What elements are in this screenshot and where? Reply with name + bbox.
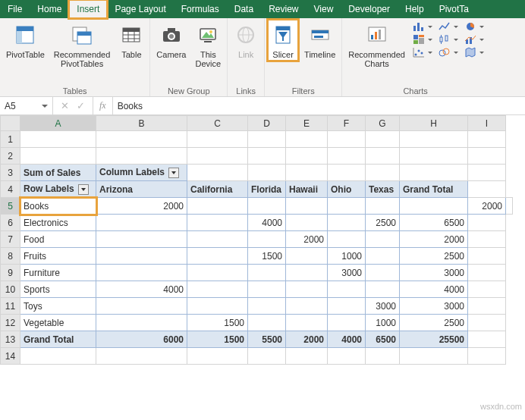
- cell[interactable]: 4000: [328, 331, 366, 348]
- cell[interactable]: [96, 215, 187, 231]
- cell[interactable]: [468, 315, 506, 331]
- cell[interactable]: [286, 265, 328, 281]
- col-header[interactable]: E: [286, 116, 328, 131]
- row-header[interactable]: 6: [1, 215, 20, 231]
- cell[interactable]: [366, 148, 400, 165]
- cell[interactable]: [468, 131, 506, 148]
- cell[interactable]: [187, 281, 248, 298]
- cell[interactable]: [468, 148, 506, 165]
- cell[interactable]: [468, 331, 506, 348]
- cell[interactable]: [506, 198, 513, 215]
- row-header[interactable]: 12: [1, 315, 20, 331]
- row-header[interactable]: 10: [1, 281, 20, 298]
- cell[interactable]: [366, 348, 400, 365]
- cell[interactable]: [20, 348, 96, 365]
- cell[interactable]: 5500: [248, 331, 286, 348]
- cell[interactable]: [187, 248, 248, 265]
- cell[interactable]: [468, 231, 506, 248]
- cell[interactable]: [248, 148, 286, 165]
- cell[interactable]: 3000: [366, 298, 400, 315]
- cell[interactable]: 6000: [96, 331, 187, 348]
- slicer-button[interactable]: Slicer: [268, 20, 298, 61]
- cell[interactable]: Furniture: [20, 265, 96, 281]
- cell[interactable]: 1500: [187, 315, 248, 331]
- cell[interactable]: [286, 148, 328, 165]
- cell[interactable]: Sum of Sales: [20, 165, 96, 181]
- cell[interactable]: 2000: [286, 231, 328, 248]
- col-header[interactable]: F: [328, 116, 366, 131]
- link-button[interactable]: Link: [231, 20, 261, 61]
- cell[interactable]: [286, 165, 328, 181]
- chart-line-button[interactable]: [439, 21, 458, 32]
- col-header[interactable]: I: [468, 116, 506, 131]
- cell[interactable]: [187, 198, 248, 215]
- timeline-button[interactable]: Timeline: [301, 20, 338, 61]
- row-header[interactable]: 2: [1, 148, 20, 165]
- cell[interactable]: 2500: [366, 215, 400, 231]
- cell[interactable]: [248, 165, 286, 181]
- tab-page-layout[interactable]: Page Layout: [107, 0, 173, 18]
- table-button[interactable]: Table: [116, 20, 146, 61]
- cell[interactable]: [187, 148, 248, 165]
- cell[interactable]: Sports: [20, 281, 96, 298]
- cell[interactable]: Grand Total: [20, 331, 96, 348]
- col-header[interactable]: C: [187, 116, 248, 131]
- cell[interactable]: 4000: [400, 281, 468, 298]
- tab-insert[interactable]: Insert: [69, 0, 107, 18]
- cell[interactable]: 3000: [400, 265, 468, 281]
- cell[interactable]: Florida: [248, 181, 286, 198]
- col-header[interactable]: G: [366, 116, 400, 131]
- row-header[interactable]: 1: [1, 131, 20, 148]
- cell[interactable]: [366, 265, 400, 281]
- tab-help[interactable]: Help: [398, 0, 432, 18]
- cell[interactable]: 2500: [400, 248, 468, 265]
- cell[interactable]: [248, 198, 286, 215]
- cell[interactable]: [400, 348, 468, 365]
- cell[interactable]: [187, 348, 248, 365]
- cell[interactable]: [468, 215, 506, 231]
- chart-statistic-button[interactable]: [439, 34, 458, 45]
- cell[interactable]: 2000: [400, 231, 468, 248]
- cell[interactable]: [96, 348, 187, 365]
- cancel-icon[interactable]: ✕: [61, 100, 69, 111]
- tab-pivottable-analyze[interactable]: PivotTa: [432, 0, 476, 18]
- cell[interactable]: [286, 281, 328, 298]
- cell[interactable]: [20, 131, 96, 148]
- cell[interactable]: [96, 131, 187, 148]
- cell[interactable]: Column Labels: [96, 165, 187, 181]
- tab-data[interactable]: Data: [227, 0, 261, 18]
- cell[interactable]: 2500: [400, 315, 468, 331]
- cell[interactable]: [248, 231, 286, 248]
- cell[interactable]: [187, 298, 248, 315]
- cell[interactable]: [187, 215, 248, 231]
- cell[interactable]: 1500: [248, 248, 286, 265]
- cell[interactable]: Texas: [366, 181, 400, 198]
- cell[interactable]: [468, 181, 506, 198]
- col-header[interactable]: B: [96, 116, 187, 131]
- cell[interactable]: Books: [20, 198, 96, 215]
- cell[interactable]: [187, 265, 248, 281]
- tab-developer[interactable]: Developer: [341, 0, 398, 18]
- chart-combo-button[interactable]: [464, 34, 484, 45]
- cell[interactable]: [468, 281, 506, 298]
- row-header[interactable]: 5: [1, 198, 20, 215]
- cell[interactable]: [468, 298, 506, 315]
- cell[interactable]: [468, 348, 506, 365]
- cell[interactable]: [400, 131, 468, 148]
- chart-column-button[interactable]: [413, 21, 432, 32]
- cell[interactable]: California: [187, 181, 248, 198]
- chart-scatter-button[interactable]: [413, 47, 432, 58]
- spreadsheet-grid[interactable]: A B C D E F G H I 123Sum of SalesColumn …: [0, 115, 525, 420]
- cell[interactable]: [400, 198, 468, 215]
- cell[interactable]: [286, 215, 328, 231]
- cell[interactable]: 1500: [187, 331, 248, 348]
- camera-button[interactable]: Camera: [153, 20, 189, 61]
- cell[interactable]: Row Labels: [20, 181, 96, 198]
- cell[interactable]: 2000: [286, 331, 328, 348]
- cell[interactable]: [96, 298, 187, 315]
- cell[interactable]: [286, 315, 328, 331]
- row-header[interactable]: 3: [1, 165, 20, 181]
- tab-home[interactable]: Home: [30, 0, 69, 18]
- cell[interactable]: 25500: [400, 331, 468, 348]
- col-header[interactable]: A: [20, 116, 96, 131]
